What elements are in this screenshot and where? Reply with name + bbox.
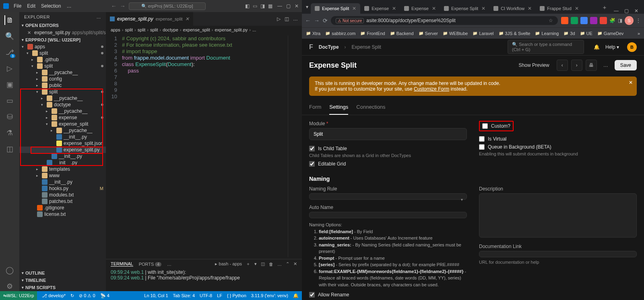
explorer-icon[interactable]: 🗎 bbox=[4, 15, 14, 25]
trash-icon[interactable]: 🗑 bbox=[269, 262, 273, 267]
extensions-icon[interactable]: ▣ bbox=[5, 80, 14, 89]
settings-icon[interactable]: ⚙ bbox=[5, 281, 14, 291]
prev-doc-icon[interactable]: ‹ bbox=[557, 60, 568, 71]
tree-item[interactable]: ▾split bbox=[19, 63, 106, 69]
naming-rule-select[interactable] bbox=[309, 193, 467, 200]
command-center[interactable]: 🔍 erpProj [WSL: U22Erp] bbox=[129, 2, 206, 10]
cursor-pos[interactable]: Ln 10, Col 1 bbox=[144, 293, 168, 298]
close-icon[interactable]: ✕ bbox=[295, 3, 299, 9]
extensions-menu-icon[interactable]: 🧩 bbox=[609, 18, 615, 23]
npm-section[interactable]: NPM SCRIPTS bbox=[19, 284, 106, 291]
layout-sidebar-right-icon[interactable]: ◨ bbox=[260, 3, 265, 9]
show-preview-button[interactable]: Show Preview bbox=[515, 60, 553, 70]
print-icon[interactable]: 🖶 bbox=[586, 60, 597, 71]
test-icon[interactable]: ⚗ bbox=[5, 128, 14, 138]
remote-icon[interactable]: ▭ bbox=[5, 96, 14, 106]
close-term-icon[interactable]: ✕ bbox=[293, 261, 297, 267]
tree-item[interactable]: __init__.py bbox=[19, 134, 106, 140]
reload-icon[interactable]: ⟳ bbox=[323, 17, 328, 24]
split-editor-icon[interactable]: ◫ bbox=[285, 16, 289, 22]
browser-tab[interactable]: CI Workflow✕ bbox=[489, 3, 536, 14]
extension-icon[interactable] bbox=[571, 17, 578, 24]
containers-icon[interactable]: ◫ bbox=[5, 144, 14, 154]
tree-item[interactable]: ▸__pycache__ bbox=[19, 69, 106, 76]
timeline-section[interactable]: TIMELINE bbox=[19, 277, 106, 284]
bookmark-item[interactable]: 3JS & Svelte bbox=[499, 31, 530, 36]
tree-item[interactable]: ▸templates bbox=[19, 166, 106, 172]
breadcrumbs[interactable]: apps›split›split›split›doctype›expense_s… bbox=[106, 26, 302, 34]
tree-item[interactable]: ▸expense bbox=[19, 114, 106, 121]
tabsearch-icon[interactable]: ▾ bbox=[303, 4, 311, 10]
outline-section[interactable]: OUTLINE bbox=[19, 269, 106, 277]
maximize-icon[interactable]: ▢ bbox=[624, 8, 629, 14]
tree-item[interactable]: __init__.py bbox=[19, 159, 106, 166]
terminal-output[interactable]: 09:59:24 web.1 | with init_site(site):09… bbox=[106, 269, 302, 291]
tree-item[interactable]: hooks.pyM bbox=[19, 185, 106, 192]
close-tab-icon[interactable]: ✕ bbox=[185, 16, 189, 22]
sidepanel-icon[interactable]: ◨ bbox=[618, 18, 622, 23]
ports-tab[interactable]: PORTS 4 bbox=[139, 262, 161, 267]
notifications-icon[interactable]: 🔔 bbox=[594, 44, 600, 50]
customize-layout-icon[interactable]: ▦ bbox=[268, 3, 272, 9]
more-icon[interactable]: … bbox=[97, 14, 101, 19]
browser-tab[interactable]: Expense✕ bbox=[360, 3, 400, 14]
database-icon[interactable]: ⛁ bbox=[5, 112, 14, 122]
tree-item[interactable]: ▸__pycache__ bbox=[19, 95, 106, 101]
run-debug-icon[interactable]: ▷ bbox=[5, 64, 14, 73]
minimap[interactable] bbox=[288, 35, 302, 257]
menu-selection[interactable]: Selection bbox=[41, 3, 61, 9]
extension-icon[interactable] bbox=[590, 17, 597, 24]
tree-item[interactable]: __init__.py bbox=[19, 179, 106, 185]
description-field[interactable] bbox=[479, 193, 637, 238]
tree-item[interactable]: ▸__pycache__ bbox=[19, 127, 106, 134]
browser-tab[interactable]: Expense✕ bbox=[400, 3, 440, 14]
layout-panel-icon[interactable]: ▭ bbox=[253, 3, 257, 9]
tree-item[interactable]: patches.txt bbox=[19, 198, 106, 205]
tree-item[interactable]: ▸__pycache__ bbox=[19, 108, 106, 114]
term-more-icon[interactable]: … bbox=[277, 262, 282, 267]
maximize-term-icon[interactable]: ⌃ bbox=[286, 261, 289, 267]
bookmark-item[interactable]: Xtra bbox=[306, 31, 320, 36]
auto-name-field[interactable] bbox=[309, 212, 467, 218]
split-term-icon[interactable]: ◫ bbox=[261, 261, 265, 267]
source-control-icon[interactable]: ⎇3 bbox=[5, 48, 14, 57]
bookmark-item[interactable]: sabbirz.com bbox=[325, 31, 355, 36]
project-section[interactable]: ERPPROJ [WSL: U22ERP] bbox=[19, 36, 106, 43]
is-child-table-checkbox[interactable]: Is Child Table bbox=[309, 146, 467, 151]
more-tab-icon[interactable]: … bbox=[293, 16, 298, 22]
menu-edit[interactable]: Edit bbox=[27, 3, 35, 9]
tree-item[interactable]: ▾split bbox=[19, 89, 106, 95]
customize-form-link[interactable]: Customize Form bbox=[414, 86, 449, 92]
tree-item[interactable]: license.txt bbox=[19, 211, 106, 217]
minimize-icon[interactable]: — bbox=[277, 3, 282, 9]
help-dropdown[interactable]: Help ▾ bbox=[605, 44, 619, 50]
minimize-icon[interactable]: — bbox=[614, 8, 619, 14]
new-tab-icon[interactable]: ＋ bbox=[599, 2, 610, 14]
browser-tab[interactable]: Frappe Stud✕ bbox=[536, 3, 583, 14]
save-button[interactable]: Save bbox=[615, 60, 637, 70]
module-field[interactable]: Split bbox=[309, 128, 467, 140]
eol[interactable]: LF bbox=[217, 293, 222, 298]
tree-item[interactable]: .gitignore bbox=[19, 205, 106, 211]
bookmark-item[interactable]: Server bbox=[419, 31, 438, 36]
editable-grid-checkbox[interactable]: Editable Grid bbox=[309, 161, 467, 167]
tree-item[interactable]: ▸www bbox=[19, 172, 106, 179]
tree-item[interactable]: expense_split.py bbox=[19, 147, 106, 153]
tree-item[interactable]: ▸config bbox=[19, 76, 106, 82]
search-icon[interactable]: 🔍 bbox=[5, 31, 14, 41]
sync-icon[interactable]: ↻ bbox=[70, 293, 74, 298]
open-editors-section[interactable]: OPEN EDITORS bbox=[19, 22, 106, 29]
tree-item[interactable]: ▸public bbox=[19, 82, 106, 89]
notifications-icon[interactable]: 🔔 bbox=[293, 293, 299, 298]
page-menu-icon[interactable]: … bbox=[600, 60, 611, 71]
tab-settings[interactable]: Settings bbox=[329, 100, 348, 115]
term-dropdown-icon[interactable]: ▾ bbox=[254, 261, 257, 267]
next-doc-icon[interactable]: › bbox=[571, 60, 582, 71]
is-virtual-checkbox[interactable]: Is Virtual bbox=[479, 136, 637, 142]
tree-item[interactable]: ▾doctype bbox=[19, 101, 106, 108]
bookmark-item[interactable]: Laravel bbox=[473, 31, 493, 36]
terminal-tab[interactable]: TERMINAL bbox=[111, 261, 133, 267]
bookmark-star-icon[interactable]: ☆ bbox=[549, 18, 553, 23]
extension-icon[interactable] bbox=[580, 17, 588, 24]
address-bar[interactable]: ⚠ Not secure asite:8000/app/doctype/Expe… bbox=[331, 16, 558, 25]
